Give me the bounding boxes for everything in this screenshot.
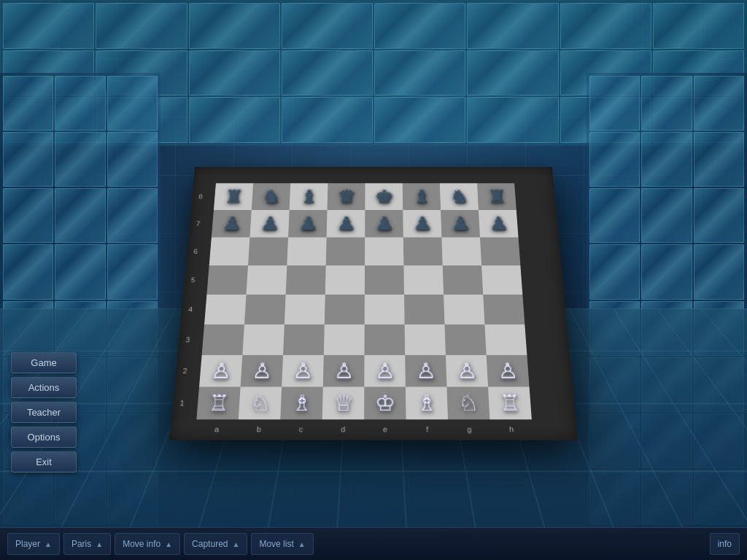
chess-cell-0-0[interactable]: ♜ (214, 183, 253, 210)
chess-cell-4-5[interactable] (404, 295, 445, 324)
chess-piece-7-2[interactable]: ♗ (291, 392, 313, 414)
chess-cell-7-3[interactable]: ♕ (322, 387, 365, 420)
chess-piece-7-4[interactable]: ♔ (374, 392, 395, 414)
chess-cell-1-1[interactable]: ♟ (249, 210, 289, 238)
chess-cell-2-2[interactable] (287, 237, 326, 265)
options-button[interactable]: Options (11, 427, 77, 448)
chess-cell-7-1[interactable]: ♘ (239, 387, 282, 420)
chess-cell-5-7[interactable] (484, 324, 527, 355)
chess-piece-6-5[interactable]: ♙ (415, 360, 436, 381)
chess-cell-1-7[interactable]: ♟ (479, 210, 519, 238)
game-button[interactable]: Game (11, 352, 77, 373)
chess-cell-3-6[interactable] (443, 265, 483, 295)
chess-cell-3-4[interactable] (365, 265, 404, 295)
chess-piece-1-1[interactable]: ♟ (260, 214, 279, 233)
chess-piece-1-6[interactable]: ♟ (450, 214, 470, 233)
chess-cell-5-4[interactable] (365, 324, 406, 355)
chess-piece-0-5[interactable]: ♝ (412, 187, 431, 205)
chess-board[interactable]: ♜♞♝♛♚♝♞♜♟♟♟♟♟♟♟♟♙♙♙♙♙♙♙♙♖♘♗♕♔♗♘♖ (196, 183, 554, 419)
chess-cell-6-0[interactable]: ♙ (199, 355, 242, 386)
chess-cell-6-6[interactable]: ♙ (446, 355, 488, 386)
chess-cell-1-5[interactable]: ♟ (403, 210, 441, 238)
chess-piece-6-1[interactable]: ♙ (251, 360, 273, 381)
chess-cell-0-1[interactable]: ♞ (252, 183, 290, 210)
chess-cell-4-4[interactable] (365, 295, 405, 324)
chess-cell-2-1[interactable] (248, 237, 288, 265)
chess-cell-5-0[interactable] (202, 324, 244, 355)
chess-piece-0-7[interactable]: ♜ (487, 187, 506, 205)
chess-cell-5-6[interactable] (445, 324, 487, 355)
chess-piece-1-5[interactable]: ♟ (412, 214, 432, 233)
chess-piece-1-7[interactable]: ♟ (488, 214, 508, 233)
chess-cell-0-3[interactable]: ♛ (328, 183, 365, 210)
chess-cell-4-7[interactable] (483, 295, 525, 324)
chess-piece-0-1[interactable]: ♞ (261, 187, 281, 205)
chess-cell-3-3[interactable] (325, 265, 365, 295)
chess-piece-1-2[interactable]: ♟ (298, 214, 317, 233)
move-list-arrow[interactable]: ▲ (298, 540, 306, 548)
chess-cell-2-6[interactable] (441, 237, 481, 265)
chess-cell-4-6[interactable] (444, 295, 484, 324)
chess-cell-3-7[interactable] (481, 265, 522, 295)
chess-cell-7-2[interactable]: ♗ (280, 387, 323, 420)
exit-button[interactable]: Exit (11, 451, 77, 472)
chess-piece-0-6[interactable]: ♞ (449, 187, 469, 205)
chess-piece-6-6[interactable]: ♙ (456, 360, 477, 381)
chess-cell-2-3[interactable] (326, 237, 365, 265)
chess-cell-5-1[interactable] (242, 324, 285, 355)
chess-piece-0-2[interactable]: ♝ (299, 187, 319, 205)
chess-cell-0-4[interactable]: ♚ (365, 183, 403, 210)
chess-piece-1-4[interactable]: ♟ (374, 214, 393, 233)
chess-cell-6-2[interactable]: ♙ (282, 355, 324, 386)
chess-piece-7-7[interactable]: ♖ (499, 392, 521, 414)
chess-piece-6-2[interactable]: ♙ (293, 360, 314, 381)
location-arrow[interactable]: ▲ (96, 540, 103, 548)
chess-cell-7-5[interactable]: ♗ (406, 387, 448, 420)
chess-cell-7-7[interactable]: ♖ (488, 387, 532, 420)
chess-cell-0-5[interactable]: ♝ (403, 183, 441, 210)
chess-piece-1-0[interactable]: ♟ (221, 214, 241, 233)
chess-cell-6-5[interactable]: ♙ (405, 355, 446, 386)
chess-cell-5-5[interactable] (405, 324, 446, 355)
teacher-button[interactable]: Teacher (11, 402, 77, 423)
chess-cell-1-0[interactable]: ♟ (212, 210, 252, 238)
chess-cell-0-6[interactable]: ♞ (440, 183, 479, 210)
chess-cell-2-5[interactable] (403, 237, 443, 265)
chess-cell-0-2[interactable]: ♝ (290, 183, 328, 210)
chess-piece-1-3[interactable]: ♟ (336, 214, 355, 233)
chess-cell-6-4[interactable]: ♙ (364, 355, 406, 386)
chess-cell-3-1[interactable] (247, 265, 287, 295)
chess-piece-6-0[interactable]: ♙ (210, 360, 232, 381)
chess-cell-7-6[interactable]: ♘ (446, 387, 489, 420)
actions-button[interactable]: Actions (11, 377, 77, 398)
chess-piece-7-6[interactable]: ♘ (457, 392, 479, 414)
chess-cell-4-3[interactable] (325, 295, 365, 324)
chess-cell-7-4[interactable]: ♔ (364, 387, 406, 420)
chess-cell-2-7[interactable] (480, 237, 520, 265)
move-info-arrow[interactable]: ▲ (165, 540, 172, 548)
chess-piece-7-5[interactable]: ♗ (416, 392, 437, 414)
chess-piece-0-0[interactable]: ♜ (223, 187, 244, 205)
chess-cell-2-0[interactable] (209, 237, 250, 265)
chess-cell-2-4[interactable] (365, 237, 403, 265)
chess-cell-0-7[interactable]: ♜ (477, 183, 516, 210)
chess-cell-3-2[interactable] (286, 265, 326, 295)
chess-piece-6-3[interactable]: ♙ (333, 360, 354, 381)
chess-cell-6-3[interactable]: ♙ (323, 355, 365, 386)
chess-cell-5-3[interactable] (324, 324, 365, 355)
chess-piece-7-0[interactable]: ♖ (207, 392, 230, 414)
chess-cell-4-1[interactable] (244, 295, 286, 324)
chess-piece-6-7[interactable]: ♙ (497, 360, 519, 381)
chess-piece-0-4[interactable]: ♚ (374, 187, 393, 205)
chess-cell-3-5[interactable] (403, 265, 444, 295)
chess-cell-5-2[interactable] (283, 324, 325, 355)
chess-cell-1-4[interactable]: ♟ (365, 210, 403, 238)
captured-arrow[interactable]: ▲ (232, 540, 239, 548)
chess-piece-0-3[interactable]: ♛ (337, 187, 356, 205)
chess-cell-1-2[interactable]: ♟ (288, 210, 327, 238)
player-arrow[interactable]: ▲ (44, 540, 52, 548)
chess-cell-6-1[interactable]: ♙ (241, 355, 283, 386)
chess-cell-4-0[interactable] (204, 295, 246, 324)
chess-cell-7-0[interactable]: ♖ (196, 387, 240, 420)
chess-cell-1-3[interactable]: ♟ (327, 210, 365, 238)
